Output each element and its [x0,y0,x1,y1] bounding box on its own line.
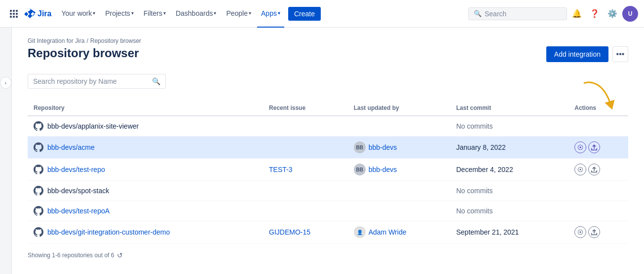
github-icon [34,186,43,196]
main-content: Git Integration for Jira / Repository br… [12,28,644,274]
svg-rect-1 [13,10,15,12]
search-icon: 🔍 [474,10,482,17]
table-row[interactable]: bbb-devs/spot-stack No commits [28,181,628,201]
last-updated-cell: BB bbb-devs [348,159,451,181]
breadcrumb-parent[interactable]: Git Integration for Jira [28,37,84,44]
repo-link[interactable]: bbb-devs/acme [47,143,95,151]
repo-link[interactable]: bbb-devs/git-integration-customer-demo [47,228,170,236]
sidebar-toggle[interactable]: › [0,28,12,274]
fetch-icon[interactable] [588,141,600,153]
repo-search-box[interactable]: 🔍 [28,74,166,89]
jira-logo[interactable]: Jira [24,8,51,20]
reindex-icon[interactable] [574,226,586,238]
last-updated-cell: BB bbb-devs [348,137,451,159]
user-link[interactable]: Adam Wride [369,228,407,236]
repo-cell: bbb-devs/test-repo [28,159,263,181]
repo-cell: bbb-devs/test-repoA [28,201,263,221]
last-updated-cell [348,201,451,221]
chevron-down-icon: ▾ [93,10,95,16]
add-integration-button[interactable]: Add integration [546,46,608,62]
issue-link[interactable]: TEST-3 [269,166,292,173]
repository-table: Repository Recent issue Last updated by … [28,101,628,243]
svg-rect-6 [10,16,12,18]
help-button[interactable]: ❓ [587,6,603,22]
search-icon: 🔍 [152,77,160,85]
last-updated-cell [348,116,451,137]
table-row[interactable]: bbb-devs/test-repoA No commits [28,201,628,221]
grid-icon[interactable] [6,6,22,22]
settings-button[interactable]: ⚙️ [605,6,620,22]
no-commits-text: No commits [456,187,492,195]
chevron-down-icon: ▾ [278,10,280,16]
table-row[interactable]: bbb-devs/git-integration-customer-demo G… [28,221,628,243]
fetch-icon[interactable] [588,226,600,238]
svg-point-12 [579,231,581,233]
actions-cell [568,116,628,137]
actions-cell [568,221,628,243]
last-commit-cell: December 4, 2022 [450,159,568,181]
repo-link[interactable]: bbb-devs/test-repo [47,166,105,173]
repo-cell: bbb-devs/applanix-site-viewer [28,116,263,137]
action-icons [574,141,622,153]
svg-point-10 [579,146,581,148]
nav-projects[interactable]: Projects ▾ [101,0,138,28]
svg-rect-7 [13,16,15,18]
reindex-icon[interactable] [574,164,586,175]
nav-right-section: 🔍 🔔 ❓ ⚙️ U [468,6,638,22]
repository-table-wrapper: Repository Recent issue Last updated by … [28,101,628,243]
search-input[interactable] [485,10,562,18]
user-link[interactable]: bbb-devs [369,166,397,173]
col-last-commit: Last commit [450,101,568,116]
more-options-button[interactable]: ••• [612,46,628,62]
actions-cell [568,201,628,221]
actions-cell [568,137,628,159]
svg-rect-5 [16,13,18,15]
nav-dashboards[interactable]: Dashboards ▾ [172,0,221,28]
repo-link[interactable]: bbb-devs/test-repoA [47,207,110,215]
nav-apps[interactable]: Apps ▾ [257,0,284,28]
col-actions: Actions [568,101,628,116]
svg-rect-2 [16,10,18,12]
last-commit-cell: September 21, 2021 [450,221,568,243]
sidebar-toggle-button[interactable]: › [0,77,11,89]
showing-text: Showing 1-6 repositories out of 6 [28,252,114,259]
action-icons [574,164,622,175]
commit-date: September 21, 2021 [456,228,519,236]
user-avatar[interactable]: U [622,6,638,22]
github-icon [34,142,43,152]
breadcrumb-separator: / [86,37,88,44]
actions-cell [568,181,628,201]
user-link[interactable]: bbb-devs [369,143,397,151]
nav-people[interactable]: People ▾ [222,0,255,28]
table-row[interactable]: bbb-devs/acme BB bbb-devs January 8, 202… [28,137,628,159]
chevron-down-icon: ▾ [214,10,216,16]
create-button[interactable]: Create [288,7,321,21]
nav-filters[interactable]: Filters ▾ [140,0,170,28]
last-updated-cell [348,181,451,201]
fetch-icon[interactable] [588,164,600,175]
breadcrumb: Git Integration for Jira / Repository br… [28,37,628,44]
col-last-updated-by: Last updated by [348,101,451,116]
table-row[interactable]: bbb-devs/applanix-site-viewer No commits [28,116,628,137]
nav-your-work[interactable]: Your work ▾ [57,0,99,28]
chevron-down-icon: ▾ [163,10,166,16]
commit-date: December 4, 2022 [456,166,513,173]
no-commits-text: No commits [456,122,492,130]
chevron-down-icon: ▾ [249,10,251,16]
refresh-icon[interactable]: ↺ [117,251,123,259]
reindex-icon[interactable] [574,141,586,153]
last-commit-cell: No commits [450,181,568,201]
global-search[interactable]: 🔍 [468,7,567,20]
col-recent-issue: Recent issue [263,101,348,116]
repo-cell: bbb-devs/git-integration-customer-demo [28,221,263,243]
notifications-button[interactable]: 🔔 [569,6,585,22]
svg-point-11 [579,169,581,171]
table-row[interactable]: bbb-devs/test-repo TEST-3 BB bbb-devs De… [28,159,628,181]
recent-issue-cell [263,116,348,137]
repo-search-input[interactable] [33,77,149,85]
top-navigation: Jira Your work ▾ Projects ▾ Filters ▾ Da… [0,0,644,28]
github-icon [34,227,43,237]
breadcrumb-current: Repository browser [90,37,141,44]
issue-link[interactable]: GIJDEMO-15 [269,228,310,236]
repo-cell: bbb-devs/acme [28,137,263,159]
